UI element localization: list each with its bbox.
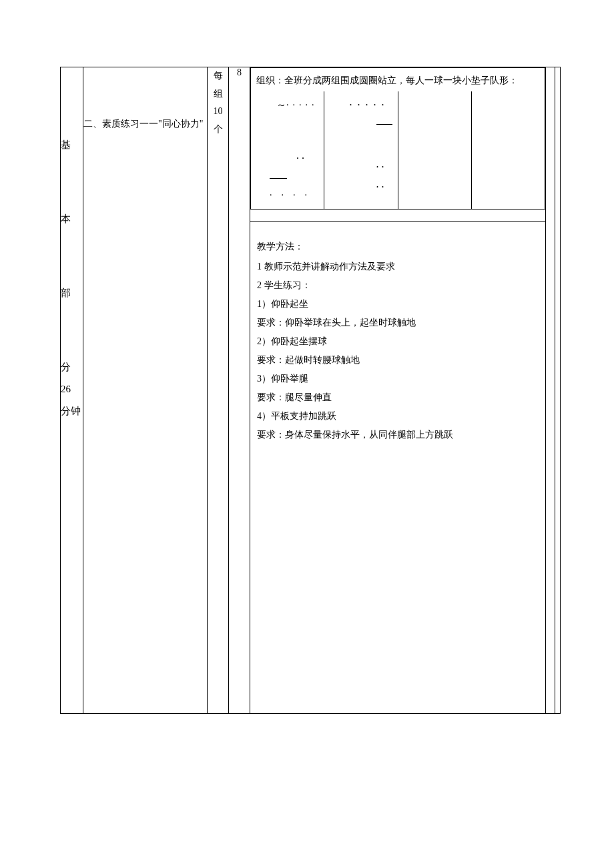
dots-bottom-left: ···· <box>270 190 316 200</box>
dots-top-right: ····· <box>350 99 390 111</box>
pair-dots-left: ·· <box>296 153 307 164</box>
reps-line-3: 10 <box>208 103 228 121</box>
reps-line-2: 组 <box>208 85 228 103</box>
short-line <box>376 124 392 125</box>
organization-intro: 组织：全班分成两组围成圆圈站立，每人一球一块小垫子队形： <box>251 68 545 91</box>
methods-line-1: 1 教师示范并讲解动作方法及要求 <box>257 258 539 276</box>
methods-req-3: 要求：腿尽量伸直 <box>257 388 539 407</box>
lesson-plan-page: 基 本 部 分 26 分钟 二、素质练习一一"同心协力" 每 组 10 个 8 … <box>0 0 614 868</box>
section-label-part-5: 分钟 <box>61 400 83 422</box>
methods-heading: 教学方法： <box>257 238 539 256</box>
dash-mark <box>270 178 287 179</box>
methods-req-4: 要求：身体尽量保持水平，从同伴腿部上方跳跃 <box>257 426 539 444</box>
section-label-part-1: 基 <box>61 134 83 156</box>
outer-table: 基 本 部 分 26 分钟 二、素质练习一一"同心协力" 每 组 10 个 8 … <box>60 67 561 714</box>
methods-item-4: 4）平板支持加跳跃 <box>257 407 539 426</box>
inner-narrow-2 <box>471 91 545 209</box>
time-cell: 8 <box>229 67 250 714</box>
section-label-part-4: 分 26 <box>61 356 83 400</box>
inner-table: 组织：全班分成两组围成圆圈站立，每人一球一块小垫子队形： ～····· ·· <box>250 67 545 209</box>
methods-item-3: 3）仰卧举腿 <box>257 370 539 388</box>
methods-item-1: 1）仰卧起坐 <box>257 295 539 314</box>
time-value: 8 <box>229 67 250 78</box>
activity-cell: 二、素质练习一一"同心协力" <box>83 67 208 714</box>
reps-line-1: 每 <box>208 67 228 85</box>
outer-narrow-1 <box>546 67 555 714</box>
section-label-cell: 基 本 部 分 26 分钟 <box>61 67 83 714</box>
dots-top-left: ····· <box>286 100 318 110</box>
teaching-methods-cell: 教学方法： 1 教师示范并讲解动作方法及要求 2 学生练习： 1）仰卧起坐 要求… <box>250 222 546 714</box>
reps-line-4: 个 <box>208 121 228 139</box>
section-label-part-2: 本 <box>61 208 83 230</box>
methods-line-2: 2 学生练习： <box>257 276 539 295</box>
content-upper-cell: 组织：全班分成两组围成圆圈站立，每人一球一块小垫子队形： ～····· ·· <box>250 67 546 222</box>
formation-diagram-left: ～····· ·· ···· <box>251 91 324 209</box>
tilde-mark: ～ <box>276 99 286 110</box>
pair-dots-right-2: ·· <box>376 181 387 193</box>
methods-req-1: 要求：仰卧举球在头上，起坐时球触地 <box>257 314 539 332</box>
methods-item-2: 2）仰卧起坐摆球 <box>257 332 539 351</box>
reps-cell: 每 组 10 个 <box>208 67 229 714</box>
activity-title: 二、素质练习一一"同心协力" <box>83 115 207 133</box>
formation-diagram-right: ····· ·· ·· <box>324 91 398 209</box>
section-label-part-3: 部 <box>61 282 83 304</box>
methods-req-2: 要求：起做时转腰球触地 <box>257 351 539 370</box>
pair-dots-right-1: ·· <box>376 161 387 173</box>
outer-narrow-2 <box>555 67 561 714</box>
inner-narrow-1 <box>398 91 471 209</box>
